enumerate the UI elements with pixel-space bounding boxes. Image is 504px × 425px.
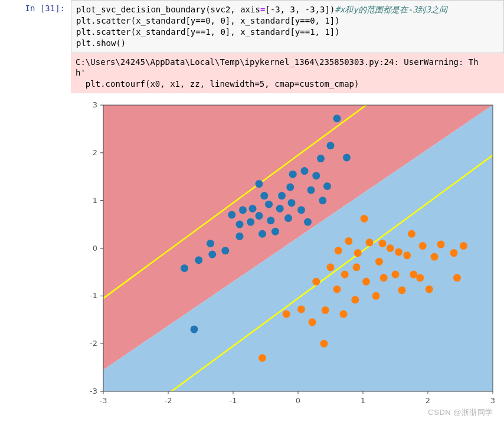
svg-point-41	[258, 354, 266, 362]
svg-point-40	[271, 228, 279, 236]
svg-point-50	[340, 310, 348, 318]
svg-point-70	[416, 274, 424, 282]
svg-point-31	[307, 187, 315, 194]
svg-point-74	[437, 241, 445, 249]
svg-point-53	[351, 296, 359, 304]
svg-text:3: 3	[93, 100, 97, 109]
svg-point-38	[343, 154, 351, 162]
svg-point-61	[379, 240, 387, 247]
code-area[interactable]: plot_svc_decision_boundary(svc2, axis=[-…	[71, 0, 504, 53]
svg-point-44	[309, 319, 316, 326]
svg-text:-3: -3	[100, 396, 107, 405]
svg-point-78	[320, 340, 328, 348]
svg-point-67	[403, 251, 411, 259]
svg-point-52	[345, 237, 352, 245]
svg-point-5	[191, 326, 198, 334]
svg-point-68	[408, 230, 415, 238]
svg-point-13	[228, 211, 235, 219]
svg-point-9	[208, 251, 216, 259]
svg-text:1: 1	[93, 196, 97, 205]
svg-point-59	[372, 292, 380, 300]
svg-point-24	[284, 214, 292, 222]
svg-point-8	[207, 240, 214, 247]
svg-point-17	[256, 212, 263, 220]
svg-point-37	[333, 115, 341, 122]
svg-text:-3: -3	[90, 387, 97, 395]
stderr-output: C:\Users\24245\AppData\Local\Temp\ipyker…	[71, 53, 504, 94]
cell-input: In [31]: plot_svc_decision_boundary(svc2…	[0, 0, 504, 53]
svg-point-57	[362, 278, 370, 286]
svg-point-34	[317, 155, 325, 162]
svg-text:0: 0	[93, 244, 97, 253]
svg-point-77	[460, 242, 467, 250]
svg-point-64	[392, 271, 400, 279]
svg-point-7	[195, 256, 202, 264]
svg-text:1: 1	[361, 396, 365, 405]
svg-point-20	[265, 201, 273, 208]
svg-text:-2: -2	[90, 339, 97, 348]
svg-point-76	[453, 274, 461, 282]
svg-point-66	[398, 286, 406, 294]
svg-point-18	[260, 192, 268, 200]
svg-point-6	[181, 264, 188, 272]
svg-text:-2: -2	[165, 396, 172, 405]
svg-text:-1: -1	[90, 292, 97, 300]
svg-point-75	[450, 249, 458, 257]
svg-point-55	[354, 249, 362, 257]
svg-point-19	[256, 180, 263, 188]
input-prompt: In [31]:	[0, 0, 71, 53]
svg-point-25	[288, 199, 296, 207]
svg-text:3: 3	[490, 396, 495, 405]
watermark: CSDN @浙浙同学	[428, 407, 493, 418]
svg-point-46	[322, 306, 329, 314]
svg-point-58	[366, 239, 374, 247]
svg-point-29	[301, 167, 309, 175]
svg-point-72	[426, 286, 433, 293]
svg-point-42	[283, 310, 290, 318]
svg-text:-1: -1	[230, 396, 237, 405]
svg-point-60	[375, 258, 383, 266]
svg-point-48	[333, 286, 341, 293]
svg-point-30	[304, 218, 312, 226]
cell-stderr: C:\Users\24245\AppData\Local\Temp\ipyker…	[0, 53, 504, 94]
svg-point-15	[247, 218, 254, 226]
svg-point-51	[341, 271, 349, 279]
svg-point-35	[323, 182, 331, 190]
svg-point-47	[327, 264, 335, 272]
svg-point-36	[327, 142, 335, 149]
plot-output: -3-2-10123-3-2-10123	[71, 93, 504, 412]
svg-text:2: 2	[426, 396, 430, 405]
svg-point-23	[278, 192, 286, 200]
svg-point-32	[312, 172, 320, 179]
svg-point-73	[431, 253, 438, 261]
svg-point-22	[276, 205, 284, 212]
svg-point-69	[410, 271, 417, 279]
svg-point-45	[312, 278, 320, 286]
svg-point-49	[335, 247, 342, 254]
svg-point-65	[395, 249, 402, 256]
svg-point-27	[289, 171, 297, 178]
svg-point-14	[239, 207, 247, 214]
svg-text:0: 0	[296, 396, 300, 405]
svg-point-56	[361, 215, 368, 223]
svc-decision-chart: -3-2-10123-3-2-10123	[71, 99, 502, 412]
svg-point-21	[267, 217, 274, 224]
svg-point-62	[380, 274, 388, 282]
svg-point-39	[258, 230, 266, 238]
svg-point-10	[221, 247, 229, 254]
svg-point-63	[387, 244, 394, 252]
svg-point-43	[297, 306, 305, 313]
svg-point-12	[236, 221, 244, 228]
svg-text:2: 2	[93, 148, 97, 157]
svg-point-16	[249, 205, 257, 212]
svg-point-26	[286, 184, 294, 191]
svg-point-71	[419, 242, 427, 250]
cell-plot: -3-2-10123-3-2-10123	[0, 93, 504, 412]
svg-point-33	[319, 197, 326, 204]
svg-point-11	[236, 233, 244, 240]
svg-point-28	[297, 207, 305, 214]
svg-point-54	[353, 264, 361, 272]
